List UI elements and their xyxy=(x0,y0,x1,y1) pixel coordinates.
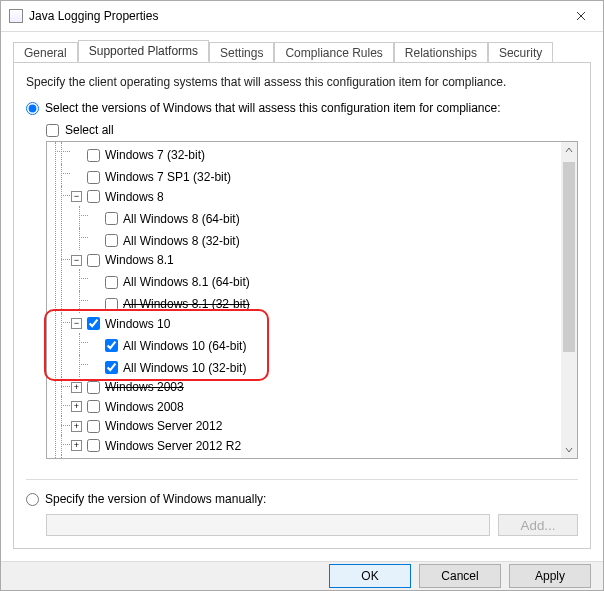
tree-item-label[interactable]: All Windows 8.1 (64-bit) xyxy=(123,273,250,291)
tree-item-label[interactable]: Windows 10 xyxy=(105,315,170,333)
tree-item-label[interactable]: All Windows 8 (32-bit) xyxy=(123,232,240,250)
tree-item-label[interactable]: Windows 2003 xyxy=(105,378,184,396)
tree-item-label[interactable]: All Windows 10 (32-bit) xyxy=(123,359,246,377)
expand-icon[interactable]: + xyxy=(71,401,82,412)
titlebar: Java Logging Properties xyxy=(1,1,603,32)
tree-checkbox[interactable] xyxy=(87,190,100,203)
scroll-up-button[interactable] xyxy=(561,142,577,158)
tree-item: +Windows Server 2012 R2 xyxy=(53,435,561,455)
tree-checkbox[interactable] xyxy=(105,298,118,311)
tree-item-label[interactable]: Windows 7 SP1 (32-bit) xyxy=(105,168,231,186)
tree-checkbox[interactable] xyxy=(87,171,100,184)
tab-settings[interactable]: Settings xyxy=(209,42,274,63)
tree-item: All Windows 8.1 (32-bit) xyxy=(71,291,561,313)
radio-select-versions-label: Select the versions of Windows that will… xyxy=(45,101,501,115)
ok-button[interactable]: OK xyxy=(329,564,411,588)
tab-supported-platforms[interactable]: Supported Platforms xyxy=(78,40,209,62)
tree-checkbox[interactable] xyxy=(87,400,100,413)
tree-item-label[interactable]: Windows Server 2012 xyxy=(105,417,222,435)
close-button[interactable] xyxy=(558,1,603,31)
collapse-icon[interactable]: − xyxy=(71,255,82,266)
tree-item: All Windows 8 (32-bit) xyxy=(71,228,561,250)
tree-wrap: Windows 7 (32-bit)Windows 7 SP1 (32-bit)… xyxy=(46,141,578,459)
dialog-window: Java Logging Properties General Supporte… xyxy=(0,0,604,591)
tree-item: +Windows 2008 xyxy=(53,396,561,416)
tree-item-label[interactable]: All Windows 10 (64-bit) xyxy=(123,337,246,355)
tree-item: All Windows 10 (64-bit) xyxy=(71,333,561,355)
tree-item: +Windows 2003 xyxy=(53,377,561,397)
radio-select-versions[interactable] xyxy=(26,102,39,115)
tree-item: All Windows 8.1 (64-bit) xyxy=(71,269,561,291)
tree-checkbox[interactable] xyxy=(105,234,118,247)
expand-icon[interactable]: + xyxy=(71,440,82,451)
select-all-checkbox[interactable] xyxy=(46,124,59,137)
tree-item: −Windows 8.1All Windows 8.1 (64-bit)All … xyxy=(53,250,561,314)
separator xyxy=(26,479,578,480)
platform-tree[interactable]: Windows 7 (32-bit)Windows 7 SP1 (32-bit)… xyxy=(46,141,578,459)
tree-item: Windows 7 SP1 (32-bit) xyxy=(53,164,561,186)
manual-version-input xyxy=(46,514,490,536)
tab-relationships[interactable]: Relationships xyxy=(394,42,488,63)
tree-checkbox[interactable] xyxy=(87,381,100,394)
panel-description: Specify the client operating systems tha… xyxy=(26,75,578,89)
collapse-icon[interactable]: − xyxy=(71,191,82,202)
tree-item: All Windows 8 (64-bit) xyxy=(71,206,561,228)
cancel-button[interactable]: Cancel xyxy=(419,564,501,588)
tree-item: +Windows Server 2012 xyxy=(53,416,561,436)
tab-general[interactable]: General xyxy=(13,42,78,63)
dialog-footer: OK Cancel Apply xyxy=(1,561,603,590)
tree-item: +Windows Embedded xyxy=(53,455,561,459)
tree-checkbox[interactable] xyxy=(105,276,118,289)
scrollbar-vertical[interactable] xyxy=(561,142,577,458)
scroll-down-button[interactable] xyxy=(561,442,577,458)
tree-checkbox[interactable] xyxy=(87,420,100,433)
close-icon xyxy=(576,11,586,21)
app-icon xyxy=(9,9,23,23)
apply-button[interactable]: Apply xyxy=(509,564,591,588)
tree-item-label[interactable]: Windows 8 xyxy=(105,188,164,206)
tree-item: All Windows 10 (32-bit) xyxy=(71,355,561,377)
chevron-down-icon xyxy=(565,446,573,454)
tree-item-label[interactable]: All Windows 8 (64-bit) xyxy=(123,210,240,228)
tree-checkbox[interactable] xyxy=(105,212,118,225)
expand-icon[interactable]: + xyxy=(71,382,82,393)
tab-security[interactable]: Security xyxy=(488,42,553,63)
scrollbar-thumb[interactable] xyxy=(563,162,575,352)
tree-checkbox[interactable] xyxy=(87,149,100,162)
chevron-up-icon xyxy=(565,146,573,154)
tree-checkbox[interactable] xyxy=(105,339,118,352)
tree-item-label[interactable]: Windows Embedded xyxy=(105,456,215,458)
tab-strip: General Supported Platforms Settings Com… xyxy=(13,40,591,62)
radio-manual-row: Specify the version of Windows manually: xyxy=(26,492,578,506)
radio-select-versions-row: Select the versions of Windows that will… xyxy=(26,101,578,115)
tree-checkbox[interactable] xyxy=(87,317,100,330)
tree-checkbox[interactable] xyxy=(87,439,100,452)
radio-manual[interactable] xyxy=(26,493,39,506)
add-button: Add... xyxy=(498,514,578,536)
collapse-icon[interactable]: − xyxy=(71,318,82,329)
tree-item-label[interactable]: Windows 7 (32-bit) xyxy=(105,146,205,164)
tree-checkbox[interactable] xyxy=(87,254,100,267)
tree-item-label[interactable]: All Windows 8.1 (32-bit) xyxy=(123,295,250,313)
client-area: General Supported Platforms Settings Com… xyxy=(1,32,603,561)
tab-panel: Specify the client operating systems tha… xyxy=(13,62,591,549)
tree-item: −Windows 10All Windows 10 (64-bit)All Wi… xyxy=(53,313,561,377)
select-all-row: Select all xyxy=(46,123,578,137)
manual-entry-row: Add... xyxy=(46,514,578,536)
tree-checkbox[interactable] xyxy=(105,361,118,374)
radio-manual-label: Specify the version of Windows manually: xyxy=(45,492,266,506)
select-all-label: Select all xyxy=(65,123,114,137)
tree-item-label[interactable]: Windows Server 2012 R2 xyxy=(105,437,241,455)
tree-item: −Windows 8All Windows 8 (64-bit)All Wind… xyxy=(53,186,561,250)
window-title: Java Logging Properties xyxy=(29,9,558,23)
tab-compliance-rules[interactable]: Compliance Rules xyxy=(274,42,393,63)
tree-item: Windows 7 (32-bit) xyxy=(53,142,561,164)
tree-item-label[interactable]: Windows 8.1 xyxy=(105,251,174,269)
tree-item-label[interactable]: Windows 2008 xyxy=(105,398,184,416)
expand-icon[interactable]: + xyxy=(71,421,82,432)
